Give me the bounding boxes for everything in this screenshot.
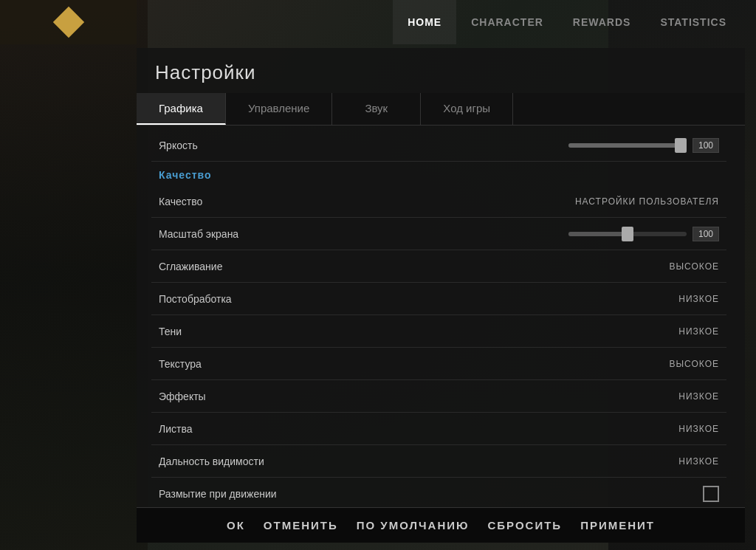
antialiasing-value: ВЫСОКОЕ (669, 261, 719, 272)
settings-title: Настройки (137, 48, 745, 93)
textures-label: Текстура (159, 358, 669, 370)
brightness-slider-thumb[interactable] (675, 138, 687, 153)
brightness-slider-container: 100 (568, 138, 719, 153)
bg-left (0, 0, 148, 550)
nav-item-rewards[interactable]: REWARDS (558, 0, 646, 44)
brightness-slider-fill (568, 143, 687, 148)
tab-controls[interactable]: Управление (226, 93, 332, 125)
screen-scale-slider-fill (568, 232, 628, 236)
foliage-label: Листва (159, 423, 678, 435)
effects-row: Эффекты НИЗКОЕ (151, 380, 726, 413)
ok-button[interactable]: ОК (227, 519, 245, 532)
quality-section-header: Качество (151, 162, 726, 185)
motion-blur-row: Размытие при движении (151, 478, 726, 503)
nav-item-home[interactable]: HOME (393, 0, 456, 44)
bottom-actions: ОК ОТМЕНИТЬ ПО УМОЛЧАНИЮ СБРОСИТЬ ПРИМЕН… (137, 507, 745, 543)
screen-scale-row: Масштаб экрана 100 (151, 218, 726, 250)
settings-scroll[interactable]: Яркость 100 Качество Качество НАСТРОЙКИ … (151, 129, 730, 503)
tab-graphics[interactable]: Графика (137, 93, 226, 125)
screen-scale-value: 100 (693, 227, 719, 241)
screen-scale-label: Масштаб экрана (159, 228, 568, 240)
view-distance-value: НИЗКОЕ (678, 456, 719, 467)
screen-scale-slider-track[interactable] (568, 232, 687, 236)
quality-label: Качество (159, 196, 575, 207)
screen-scale-slider-container: 100 (568, 227, 719, 241)
quality-value: НАСТРОЙКИ ПОЛЬЗОВАТЕЛЯ (575, 196, 719, 207)
logo-area (0, 0, 137, 44)
brightness-label: Яркость (159, 140, 568, 151)
foliage-value: НИЗКОЕ (678, 424, 719, 434)
reset-button[interactable]: СБРОСИТЬ (487, 519, 562, 532)
top-navigation: HOME CHARACTER REWARDS STATISTICS (393, 0, 756, 44)
apply-button[interactable]: ПРИМЕНИТ (580, 519, 655, 532)
logo-icon (52, 7, 83, 38)
cancel-button[interactable]: ОТМЕНИТЬ (264, 519, 338, 532)
settings-panel: Настройки Графика Управление Звук Ход иг… (137, 48, 745, 543)
motion-blur-label: Размытие при движении (159, 488, 703, 500)
settings-content: Яркость 100 Качество Качество НАСТРОЙКИ … (137, 126, 745, 507)
tab-gameplay[interactable]: Ход игры (421, 93, 513, 125)
view-distance-label: Дальность видимости (159, 456, 678, 467)
postprocessing-value: НИЗКОЕ (678, 294, 719, 304)
nav-item-character[interactable]: CHARACTER (456, 0, 558, 44)
antialiasing-label: Сглаживание (159, 261, 669, 272)
effects-label: Эффекты (159, 391, 678, 402)
postprocessing-label: Постобработка (159, 293, 678, 305)
brightness-slider-track[interactable] (568, 143, 687, 148)
view-distance-row: Дальность видимости НИЗКОЕ (151, 445, 726, 478)
default-button[interactable]: ПО УМОЛЧАНИЮ (357, 519, 470, 532)
tab-sound[interactable]: Звук (332, 93, 421, 125)
screen-scale-slider-thumb[interactable] (622, 227, 633, 241)
nav-item-statistics[interactable]: STATISTICS (645, 0, 741, 44)
foliage-row: Листва НИЗКОЕ (151, 413, 726, 445)
textures-value: ВЫСОКОЕ (669, 359, 719, 369)
quality-row: Качество НАСТРОЙКИ ПОЛЬЗОВАТЕЛЯ (151, 185, 726, 218)
effects-value: НИЗКОЕ (678, 391, 719, 402)
shadows-label: Тени (159, 326, 678, 337)
brightness-row: Яркость 100 (151, 129, 726, 162)
antialiasing-row: Сглаживание ВЫСОКОЕ (151, 250, 726, 283)
shadows-row: Тени НИЗКОЕ (151, 315, 726, 348)
textures-row: Текстура ВЫСОКОЕ (151, 348, 726, 380)
postprocessing-row: Постобработка НИЗКОЕ (151, 283, 726, 315)
motion-blur-checkbox[interactable] (703, 486, 719, 502)
shadows-value: НИЗКОЕ (678, 326, 719, 337)
settings-tabs: Графика Управление Звук Ход игры (137, 93, 745, 126)
brightness-value: 100 (693, 138, 719, 153)
